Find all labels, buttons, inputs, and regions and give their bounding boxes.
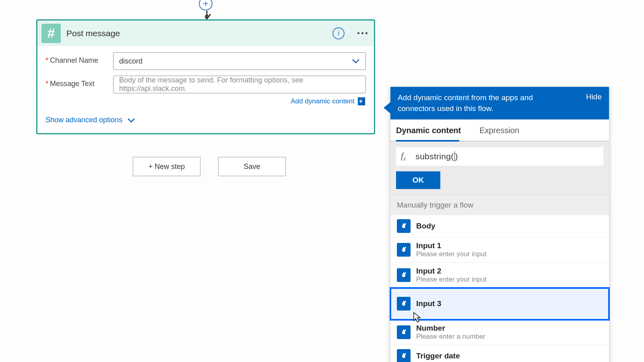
more-menu-icon[interactable]: [355, 30, 370, 37]
card-header: # Post message i: [37, 21, 374, 46]
trigger-icon: [397, 219, 411, 233]
new-step-button[interactable]: + New step: [133, 157, 200, 176]
card-title: Post message: [66, 29, 332, 38]
message-text-input[interactable]: Body of the message to send. For formatt…: [113, 76, 366, 93]
trigger-icon: [397, 349, 411, 362]
plus-icon: +: [358, 97, 365, 105]
flow-arrow-icon: [205, 10, 216, 20]
svg-point-3: [405, 272, 406, 274]
dynamic-item-input-2[interactable]: Input 2 Please enter your input: [390, 263, 609, 288]
svg-point-4: [405, 301, 406, 302]
trigger-icon: [397, 297, 411, 311]
trigger-icon: [397, 268, 411, 282]
chevron-down-icon: [127, 118, 135, 123]
dynamic-content-panel: Add dynamic content from the apps and co…: [390, 87, 609, 362]
dynamic-item-trigger-date[interactable]: Trigger date: [390, 345, 609, 362]
tab-dynamic-content[interactable]: Dynamic content: [396, 119, 467, 141]
fx-icon: fx: [401, 150, 406, 162]
channel-name-label: *Channel Name: [45, 52, 113, 65]
info-icon[interactable]: i: [332, 27, 345, 39]
svg-point-2: [405, 247, 406, 249]
svg-point-5: [405, 329, 406, 331]
tab-expression[interactable]: Expression: [479, 119, 526, 141]
dynamic-item-body[interactable]: Body: [390, 215, 609, 237]
dynamic-item-input-1[interactable]: Input 1 Please enter your input: [390, 237, 609, 263]
channel-name-select[interactable]: discord: [113, 52, 366, 70]
dynamic-item-input-3[interactable]: Input 3: [390, 288, 609, 320]
panel-tabs: Dynamic content Expression: [390, 119, 609, 142]
channel-name-value: discord: [119, 57, 142, 66]
ok-button[interactable]: OK: [396, 171, 440, 189]
hide-panel-link[interactable]: Hide: [586, 93, 602, 101]
slack-icon: #: [41, 24, 61, 43]
panel-header-text: Add dynamic content from the apps and co…: [398, 93, 567, 114]
message-text-label: *Message Text: [45, 76, 113, 88]
trigger-icon: [397, 243, 411, 257]
add-dynamic-content-link[interactable]: Add dynamic content +: [291, 97, 365, 105]
post-message-card: # Post message i *Channel Name discord *…: [36, 19, 375, 134]
chevron-down-icon: [352, 59, 360, 64]
svg-point-1: [405, 223, 406, 225]
save-button[interactable]: Save: [218, 157, 286, 176]
expression-input[interactable]: fx substring(): [396, 147, 603, 166]
trigger-icon: [397, 325, 411, 339]
panel-pointer: [384, 102, 390, 113]
group-header: Manually trigger a flow: [390, 195, 609, 215]
show-advanced-options-link[interactable]: Show advanced options: [45, 116, 366, 124]
dynamic-item-number[interactable]: Number Please enter a number: [390, 320, 609, 345]
add-step-plus-button[interactable]: +: [199, 0, 213, 10]
svg-point-6: [405, 353, 406, 355]
